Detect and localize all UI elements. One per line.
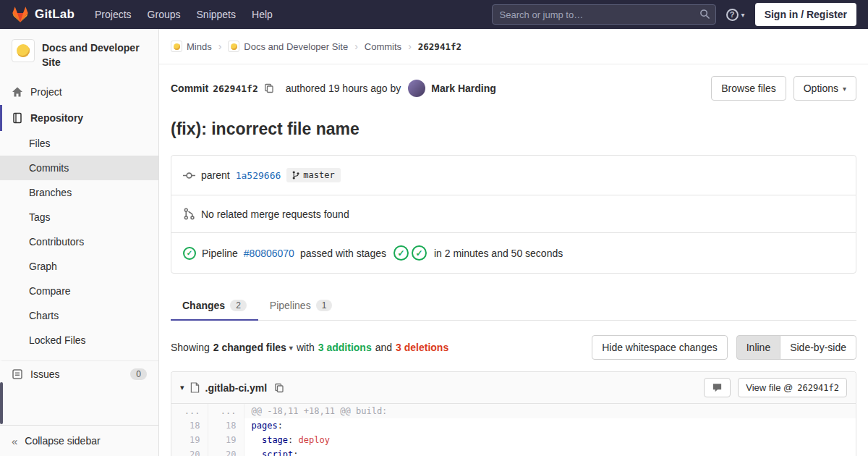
tab-pipelines[interactable]: Pipelines 1: [258, 291, 344, 321]
commit-label: Commit: [171, 83, 208, 94]
sidebar-item-graph[interactable]: Graph: [0, 254, 158, 279]
chevron-down-icon: ▾: [843, 85, 846, 93]
nav-snippets[interactable]: Snippets: [197, 9, 236, 20]
pipeline-id-link[interactable]: #80806070: [244, 248, 294, 259]
showing-label: Showing: [171, 342, 210, 353]
nav-groups[interactable]: Groups: [148, 9, 181, 20]
sidebar-item-label: Project: [30, 86, 62, 98]
project-avatar-small: [228, 41, 239, 52]
sidebar-item-files[interactable]: Files: [0, 131, 158, 156]
tab-changes[interactable]: Changes 2: [171, 291, 258, 321]
breadcrumb-commits-link[interactable]: Commits: [365, 41, 401, 52]
project-title: Docs and Developer Site: [42, 39, 147, 70]
help-menu[interactable]: ? ▾: [726, 9, 745, 21]
options-dropdown-button[interactable]: Options ▾: [793, 76, 856, 101]
parent-sha-link[interactable]: 1a529666: [236, 170, 281, 181]
question-circle-icon: ?: [726, 9, 739, 21]
branch-ref-badge[interactable]: master: [286, 168, 340, 182]
issues-icon: [12, 368, 23, 380]
merge-request-icon: [183, 208, 195, 220]
chevron-right-icon: ›: [218, 41, 222, 52]
deletions-count: 3 deletions: [396, 342, 448, 353]
sidebar-scrollbar-thumb[interactable]: [0, 382, 3, 424]
diff-controls: Showing 2 changed files ▾ with 3 additio…: [171, 335, 856, 360]
commit-info-box: parent 1a529666 master: [171, 155, 856, 274]
sidebar-item-label: Issues: [30, 368, 59, 380]
sidebar-item-issues[interactable]: Issues 0: [0, 360, 158, 387]
diff-table: ... ... @@ -18,11 +18,11 @@ build: 18 18…: [171, 404, 856, 456]
diff-code-row: 19 19 stage: deploy: [171, 433, 856, 447]
additions-count: 3 additions: [318, 342, 372, 353]
sidebar-item-locked-files[interactable]: Locked Files: [0, 328, 158, 352]
old-line-number[interactable]: 19: [171, 433, 208, 447]
collapse-diff-icon[interactable]: ▾: [180, 383, 184, 392]
copy-file-path-button[interactable]: [273, 381, 286, 394]
brand-name: GitLab: [35, 7, 75, 22]
old-line-number[interactable]: 18: [171, 418, 208, 433]
new-line-number[interactable]: 18: [208, 418, 244, 433]
breadcrumb-group-link[interactable]: Minds: [171, 41, 212, 52]
project-avatar: [12, 39, 35, 62]
stage-passed-icon[interactable]: ✓: [393, 245, 409, 261]
chevron-right-icon: ›: [408, 41, 412, 52]
yaml-value: deploy: [299, 435, 330, 445]
nav-help[interactable]: Help: [252, 9, 273, 20]
sidebar-item-project[interactable]: Project: [0, 79, 158, 105]
yaml-sep: :: [278, 421, 283, 431]
side-by-side-view-button[interactable]: Side-by-side: [780, 335, 856, 360]
search-input[interactable]: [492, 4, 716, 25]
commit-header: Commit 262941f2 authored 19 hours ago by…: [171, 76, 856, 101]
collapse-label: Collapse sidebar: [25, 435, 100, 447]
pipeline-mini-graph: ✓ ✓: [393, 245, 427, 261]
changed-files-dropdown[interactable]: 2 changed files ▾: [213, 342, 293, 353]
chevron-right-icon: ›: [354, 41, 358, 52]
yaml-sep: :: [288, 435, 298, 445]
collapse-icon: «: [12, 436, 17, 447]
pipeline-row: ✓ Pipeline #80806070 passed with stages …: [171, 232, 856, 273]
new-line-number[interactable]: 20: [208, 447, 244, 456]
breadcrumb-project-link[interactable]: Docs and Developer Site: [228, 41, 348, 52]
changed-files-label: 2 changed files: [213, 342, 286, 353]
sidebar-item-repository[interactable]: Repository: [0, 105, 158, 131]
commit-tabs: Changes 2 Pipelines 1: [171, 291, 856, 321]
file-name: .gitlab-ci.yml: [205, 382, 268, 394]
code-line: pages:: [244, 418, 856, 433]
author-name-link[interactable]: Mark Harding: [431, 83, 495, 94]
collapse-sidebar-button[interactable]: « Collapse sidebar: [0, 425, 158, 456]
browse-files-button[interactable]: Browse files: [711, 76, 786, 101]
repository-subnav: Files Commits Branches Tags Contributors…: [0, 131, 158, 352]
nav-projects[interactable]: Projects: [95, 9, 132, 20]
comment-icon: [712, 382, 723, 393]
sign-in-button[interactable]: Sign in / Register: [755, 3, 856, 26]
sidebar-item-branches[interactable]: Branches: [0, 180, 158, 205]
gitlab-home-link[interactable]: GitLab: [12, 6, 75, 23]
inline-view-button[interactable]: Inline: [736, 335, 780, 360]
primary-nav: Projects Groups Snippets Help: [95, 9, 273, 20]
diff-code-row: 20 20 script:: [171, 447, 856, 456]
breadcrumb-label: Commits: [365, 41, 401, 52]
hide-whitespace-button[interactable]: Hide whitespace changes: [592, 335, 728, 360]
sidebar-item-tags[interactable]: Tags: [0, 205, 158, 229]
old-line-number[interactable]: ...: [171, 404, 208, 418]
authored-text: authored 19 hours ago by: [286, 83, 401, 94]
old-line-number[interactable]: 20: [171, 447, 208, 456]
copy-sha-button[interactable]: [263, 82, 276, 95]
sidebar-item-commits[interactable]: Commits: [0, 156, 158, 180]
new-line-number[interactable]: ...: [208, 404, 244, 418]
view-file-button[interactable]: View file @ 262941f2: [738, 378, 847, 397]
project-context-link[interactable]: Docs and Developer Site: [0, 29, 158, 79]
stage-passed-icon[interactable]: ✓: [412, 245, 427, 261]
toggle-comments-button[interactable]: [704, 378, 731, 397]
breadcrumb: Minds › Docs and Developer Site › Commit…: [159, 29, 868, 64]
with-label: with: [297, 342, 315, 353]
chevron-down-icon: ▾: [289, 344, 293, 352]
sidebar-item-contributors[interactable]: Contributors: [0, 229, 158, 254]
sidebar-item-charts[interactable]: Charts: [0, 303, 158, 328]
issues-count-badge: 0: [130, 368, 147, 380]
parent-row: parent 1a529666 master: [171, 156, 856, 195]
chevron-down-icon: ▾: [741, 11, 745, 19]
sidebar-item-compare[interactable]: Compare: [0, 279, 158, 303]
breadcrumb-current-sha: 262941f2: [418, 41, 461, 52]
copy-icon: [264, 83, 274, 93]
new-line-number[interactable]: 19: [208, 433, 244, 447]
